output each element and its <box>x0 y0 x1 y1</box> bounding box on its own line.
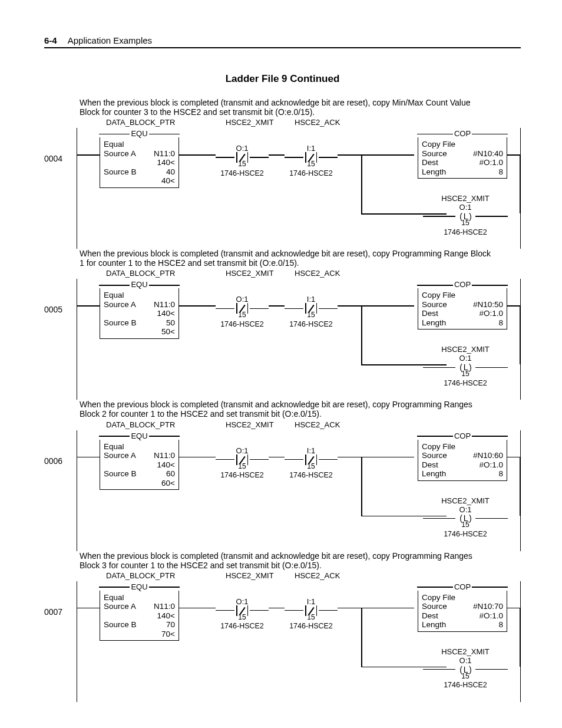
row-labels: DATA_BLOCK_PTRHSCE2_XMITHSCE2_ACK <box>80 118 521 128</box>
cop-instruction: COPCopy FileSource#N10:50Dest#O:1.0Lengt… <box>418 288 507 330</box>
equ-instruction: EQUEqualSource AN11:0140<Source B4040< <box>100 137 179 188</box>
xio-contact-ack: I:1151746-HSCE2 <box>285 598 338 631</box>
rung-number: 0006 <box>44 456 62 466</box>
row-labels: DATA_BLOCK_PTRHSCE2_XMITHSCE2_ACK <box>80 421 521 430</box>
rung-comment: When the previous block is completed (tr… <box>80 551 492 570</box>
xio-contact-xmit: O:1151746-HSCE2 <box>216 144 269 177</box>
diagram-title: Ladder File 9 Continued <box>44 73 521 85</box>
ladder-rung: 0007EQUEqualSource AN11:0140<Source B707… <box>44 581 521 702</box>
xio-contact-ack: I:1151746-HSCE2 <box>285 144 338 177</box>
page-header: 6-4 Application Examples <box>44 35 521 48</box>
row-labels: DATA_BLOCK_PTRHSCE2_XMITHSCE2_ACK <box>80 269 521 279</box>
xio-contact-xmit: O:1151746-HSCE2 <box>216 295 269 328</box>
section-title: Application Examples <box>68 35 152 45</box>
cop-instruction: COPCopy FileSource#N10:60Dest#O:1.0Lengt… <box>418 440 507 481</box>
row-labels: DATA_BLOCK_PTRHSCE2_XMITHSCE2_ACK <box>80 572 521 581</box>
ladder-diagram: When the previous block is completed (tr… <box>44 98 521 702</box>
rung-number: 0007 <box>44 607 62 617</box>
equ-instruction: EQUEqualSource AN11:0140<Source B7070< <box>100 591 179 641</box>
page-number: 6-4 <box>44 35 57 45</box>
rung-comment: When the previous block is completed (tr… <box>80 249 492 268</box>
equ-instruction: EQUEqualSource AN11:0140<Source B5050< <box>100 288 179 339</box>
otl-coil-xmit: HSCE2_XMITO:1( L )151746-HSCE2 <box>415 345 515 387</box>
xio-contact-xmit: O:1151746-HSCE2 <box>216 447 269 480</box>
xio-contact-ack: I:1151746-HSCE2 <box>285 447 338 480</box>
otl-coil-xmit: HSCE2_XMITO:1( L )151746-HSCE2 <box>415 497 515 539</box>
cop-instruction: COPCopy FileSource#N10:40Dest#O:1.0Lengt… <box>418 137 507 179</box>
xio-contact-ack: I:1151746-HSCE2 <box>285 295 338 328</box>
rung-comment: When the previous block is completed (tr… <box>80 400 492 419</box>
rung-number: 0005 <box>44 305 62 314</box>
otl-coil-xmit: HSCE2_XMITO:1( L )151746-HSCE2 <box>415 648 515 690</box>
xio-contact-xmit: O:1151746-HSCE2 <box>216 598 269 631</box>
ladder-rung: 0004EQUEqualSource AN11:0140<Source B404… <box>44 128 521 249</box>
ladder-rung: 0006EQUEqualSource AN11:0140<Source B606… <box>44 430 521 551</box>
otl-coil-xmit: HSCE2_XMITO:1( L )151746-HSCE2 <box>415 195 515 236</box>
rung-comment: When the previous block is completed (tr… <box>80 98 492 117</box>
equ-instruction: EQUEqualSource AN11:0140<Source B6060< <box>100 440 179 490</box>
rung-number: 0004 <box>44 154 62 163</box>
cop-instruction: COPCopy FileSource#N10:70Dest#O:1.0Lengt… <box>418 591 507 632</box>
ladder-rung: 0005EQUEqualSource AN11:0140<Source B505… <box>44 279 521 400</box>
